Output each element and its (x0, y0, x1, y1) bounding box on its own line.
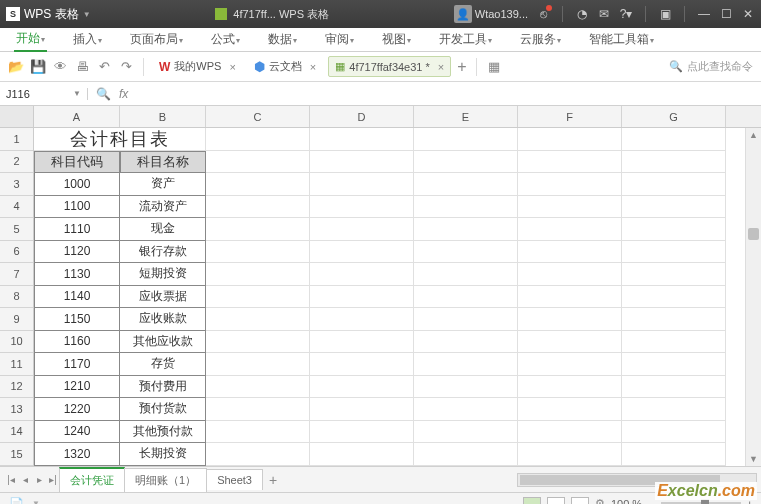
save-icon[interactable]: 💾 (30, 59, 46, 75)
tab-smarttools[interactable]: 智能工具箱▾ (587, 28, 656, 51)
row-header[interactable]: 3 (0, 173, 33, 196)
doc-tab-mywps[interactable]: W 我的WPS × (153, 56, 242, 77)
row-header[interactable]: 5 (0, 218, 33, 241)
cell[interactable]: 其他预付款 (120, 421, 206, 444)
tab-cloud[interactable]: 云服务▾ (518, 28, 563, 51)
feedback-icon[interactable]: ✉ (597, 7, 611, 21)
cell[interactable] (414, 308, 518, 331)
column-header[interactable]: A (34, 106, 120, 127)
cell[interactable] (310, 286, 414, 309)
tab-insert[interactable]: 插入▾ (71, 28, 104, 51)
cell[interactable] (518, 196, 622, 219)
redo-icon[interactable]: ↷ (118, 59, 134, 75)
cell[interactable] (206, 286, 310, 309)
cell[interactable] (414, 376, 518, 399)
cell[interactable] (518, 353, 622, 376)
cell[interactable] (310, 331, 414, 354)
close-tab-icon[interactable]: × (229, 61, 235, 73)
help-icon[interactable]: ?▾ (619, 7, 633, 21)
cell[interactable] (206, 353, 310, 376)
fx-icon[interactable]: fx (119, 87, 128, 101)
cell[interactable] (310, 376, 414, 399)
cell[interactable] (414, 286, 518, 309)
cell[interactable] (414, 196, 518, 219)
cell[interactable] (622, 196, 726, 219)
cell[interactable]: 应收票据 (120, 286, 206, 309)
cell[interactable] (518, 241, 622, 264)
dropdown-icon[interactable]: ▼ (83, 10, 91, 19)
cell[interactable] (622, 308, 726, 331)
select-all-corner[interactable] (0, 106, 33, 128)
cell[interactable] (414, 443, 518, 466)
row-header[interactable]: 7 (0, 263, 33, 286)
cell[interactable] (206, 196, 310, 219)
column-header[interactable]: B (120, 106, 206, 127)
magnify-icon[interactable]: 🔍 (96, 87, 111, 101)
cell[interactable] (518, 421, 622, 444)
cell[interactable]: 1140 (34, 286, 120, 309)
cell[interactable] (622, 286, 726, 309)
cell[interactable]: 1000 (34, 173, 120, 196)
cell[interactable] (310, 218, 414, 241)
cell[interactable]: 1240 (34, 421, 120, 444)
column-header[interactable]: D (310, 106, 414, 127)
cell[interactable]: 短期投资 (120, 263, 206, 286)
row-header[interactable]: 12 (0, 376, 33, 399)
normal-view-icon[interactable] (523, 497, 541, 505)
tab-formula[interactable]: 公式▾ (209, 28, 242, 51)
row-header[interactable]: 4 (0, 196, 33, 219)
skin-icon[interactable]: ◔ (575, 7, 589, 21)
print-icon[interactable]: 🖶 (74, 59, 90, 75)
cell[interactable]: 流动资产 (120, 196, 206, 219)
cell[interactable]: 1100 (34, 196, 120, 219)
cell[interactable] (310, 308, 414, 331)
cell[interactable] (414, 173, 518, 196)
tab-devtools[interactable]: 开发工具▾ (437, 28, 494, 51)
cell[interactable] (518, 173, 622, 196)
row-header[interactable]: 15 (0, 443, 33, 466)
tab-data[interactable]: 数据▾ (266, 28, 299, 51)
close-icon[interactable]: ✕ (741, 7, 755, 21)
cell[interactable] (414, 331, 518, 354)
sheet-tab-1[interactable]: 明细账（1） (124, 468, 207, 492)
close-tab-icon[interactable]: × (310, 61, 316, 73)
row-header[interactable]: 2 (0, 151, 33, 174)
cell[interactable] (518, 376, 622, 399)
zoom-level[interactable]: 100 % (611, 498, 642, 505)
cell[interactable] (518, 398, 622, 421)
prev-sheet-icon[interactable]: ◂ (18, 474, 32, 485)
cell[interactable]: 应收账款 (120, 308, 206, 331)
row-header[interactable]: 13 (0, 398, 33, 421)
row-header[interactable]: 10 (0, 331, 33, 354)
tab-start[interactable]: 开始▾ (14, 27, 47, 52)
cell[interactable]: 1110 (34, 218, 120, 241)
cell[interactable] (206, 218, 310, 241)
cell[interactable] (206, 398, 310, 421)
cell[interactable] (622, 241, 726, 264)
cell[interactable] (310, 421, 414, 444)
cell[interactable] (414, 398, 518, 421)
cell[interactable] (518, 218, 622, 241)
cell[interactable] (622, 421, 726, 444)
scroll-down-icon[interactable]: ▼ (746, 452, 761, 466)
notification-icon[interactable]: ⎋ (536, 7, 550, 21)
ribbon-toggle-icon[interactable]: ▣ (658, 7, 672, 21)
cell[interactable] (310, 196, 414, 219)
cell[interactable] (206, 376, 310, 399)
maximize-icon[interactable]: ☐ (719, 7, 733, 21)
cell[interactable] (414, 218, 518, 241)
cell[interactable] (206, 263, 310, 286)
cell[interactable] (414, 151, 518, 174)
cell[interactable]: 长期投资 (120, 443, 206, 466)
tab-list-icon[interactable]: ▦ (486, 59, 502, 75)
cell[interactable] (310, 443, 414, 466)
column-header[interactable]: F (518, 106, 622, 127)
cell[interactable] (206, 443, 310, 466)
cell[interactable] (310, 263, 414, 286)
cell[interactable]: 1150 (34, 308, 120, 331)
cell[interactable] (206, 173, 310, 196)
tab-review[interactable]: 审阅▾ (323, 28, 356, 51)
tab-view[interactable]: 视图▾ (380, 28, 413, 51)
scroll-up-icon[interactable]: ▲ (746, 128, 761, 142)
row-header[interactable]: 11 (0, 353, 33, 376)
